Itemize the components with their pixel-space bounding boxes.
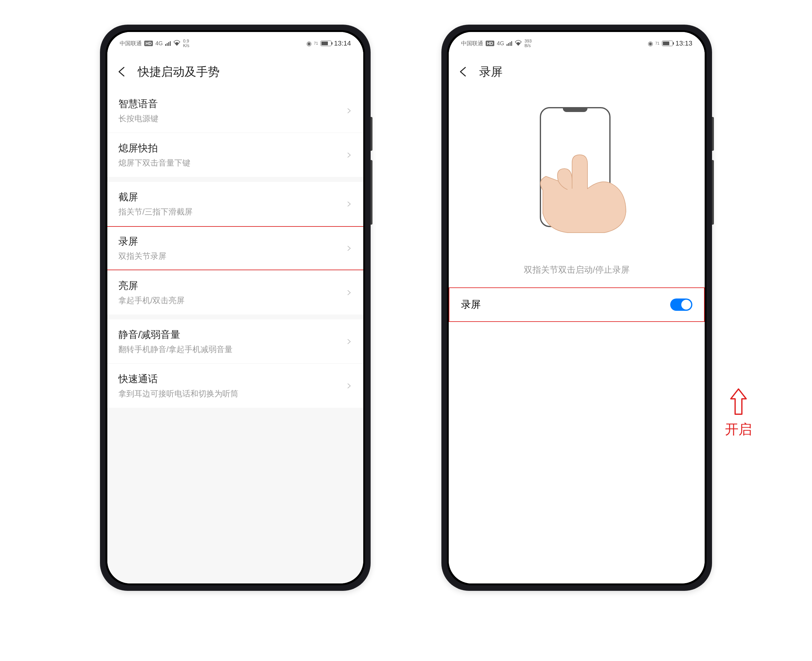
screen-record-settings: 双指关节双击启动/停止录屏 录屏 <box>449 89 705 583</box>
page-title: 录屏 <box>479 64 503 80</box>
settings-list: 智慧语音长按电源键熄屏快拍熄屏下双击音量下键截屏指关节/三指下滑截屏录屏双指关节… <box>107 89 363 583</box>
screen-record-toggle-row[interactable]: 录屏 <box>449 288 705 321</box>
chevron-right-icon <box>346 383 352 389</box>
settings-item[interactable]: 截屏指关节/三指下滑截屏 <box>107 182 363 226</box>
battery-icon <box>662 41 673 46</box>
toggle-switch[interactable] <box>670 299 693 311</box>
back-button[interactable] <box>116 65 130 78</box>
item-title: 亮屏 <box>118 279 185 293</box>
item-subtitle: 双指关节录屏 <box>118 251 166 262</box>
settings-item[interactable]: 亮屏拿起手机/双击亮屏 <box>107 270 363 315</box>
settings-group: 智慧语音长按电源键熄屏快拍熄屏下双击音量下键 <box>107 89 363 177</box>
settings-group: 静音/减弱音量翻转手机静音/拿起手机减弱音量快速通话拿到耳边可接听电话和切换为听… <box>107 319 363 408</box>
data-speed: 393B/s <box>524 39 532 48</box>
side-button <box>712 160 714 225</box>
item-subtitle: 熄屏下双击音量下键 <box>118 158 190 168</box>
nav-header: 录屏 <box>449 55 705 89</box>
chevron-right-icon <box>346 108 352 114</box>
item-title: 智慧语音 <box>118 97 158 111</box>
side-button <box>712 117 714 151</box>
item-subtitle: 拿起手机/双击亮屏 <box>118 295 185 306</box>
settings-item[interactable]: 熄屏快拍熄屏下双击音量下键 <box>107 133 363 177</box>
settings-item[interactable]: 静音/减弱音量翻转手机静音/拿起手机减弱音量 <box>107 319 363 363</box>
clock: 13:13 <box>675 39 693 47</box>
eye-comfort-icon: ◉ <box>648 40 653 47</box>
net-label: 4G <box>155 40 163 47</box>
arrow-up-icon <box>729 388 748 417</box>
chevron-right-icon <box>346 338 352 345</box>
hd-badge: HD <box>486 41 494 46</box>
toggle-knob <box>681 300 691 310</box>
item-title: 快速通话 <box>118 372 238 386</box>
chevron-right-icon <box>346 245 352 251</box>
settings-item[interactable]: 智慧语音长按电源键 <box>107 89 363 133</box>
chevron-right-icon <box>346 290 352 296</box>
net-label: 4G <box>497 40 504 47</box>
chevron-right-icon <box>346 201 352 207</box>
item-subtitle: 长按电源键 <box>118 113 158 124</box>
item-subtitle: 拿到耳边可接听电话和切换为听筒 <box>118 388 238 399</box>
clock: 13:14 <box>334 39 351 47</box>
toggle-label: 录屏 <box>461 298 481 311</box>
item-title: 熄屏快拍 <box>118 142 190 155</box>
nav-header: 快捷启动及手势 <box>107 55 363 89</box>
wifi-icon <box>173 40 180 47</box>
wifi-icon <box>514 40 522 47</box>
battery-icon <box>320 41 331 46</box>
chevron-right-icon <box>346 152 352 158</box>
eye-comfort-icon: ◉ <box>306 40 312 47</box>
item-title: 录屏 <box>118 235 166 248</box>
signal-icon <box>506 41 512 46</box>
settings-item[interactable]: 快速通话拿到耳边可接听电话和切换为听筒 <box>107 363 363 408</box>
carrier-label: 中国联通 <box>119 40 142 47</box>
settings-group: 截屏指关节/三指下滑截屏录屏双指关节录屏亮屏拿起手机/双击亮屏 <box>107 182 363 315</box>
item-title: 静音/减弱音量 <box>118 328 232 342</box>
phone-frame-right: 中国联通 HD 4G 393B/s ◉ 71 <box>441 25 712 591</box>
side-button <box>371 160 373 225</box>
battery-percent: 71 <box>656 41 659 46</box>
data-speed: 0.9K/s <box>183 39 189 48</box>
annotation-callout: 开启 <box>725 388 752 439</box>
side-button <box>371 117 373 151</box>
item-title: 截屏 <box>118 190 193 204</box>
hd-badge: HD <box>144 41 153 46</box>
annotation-label: 开启 <box>725 420 752 439</box>
carrier-label: 中国联通 <box>461 40 483 47</box>
status-bar: 中国联通 HD 4G 393B/s ◉ 71 <box>449 32 705 55</box>
signal-icon <box>165 41 171 46</box>
status-bar: 中国联通 HD 4G 0.9K/s ◉ 71 <box>107 32 363 55</box>
item-subtitle: 指关节/三指下滑截屏 <box>118 206 193 217</box>
battery-percent: 71 <box>314 41 318 46</box>
settings-item[interactable]: 录屏双指关节录屏 <box>107 226 363 270</box>
phone-frame-left: 中国联通 HD 4G 0.9K/s ◉ 71 <box>100 25 371 591</box>
gesture-illustration <box>449 89 705 243</box>
back-button[interactable] <box>458 65 471 78</box>
item-subtitle: 翻转手机静音/拿起手机减弱音量 <box>118 344 232 355</box>
hand-graphic <box>530 141 641 233</box>
page-title: 快捷启动及手势 <box>138 64 220 80</box>
instruction-label: 双指关节双击启动/停止录屏 <box>449 243 705 288</box>
